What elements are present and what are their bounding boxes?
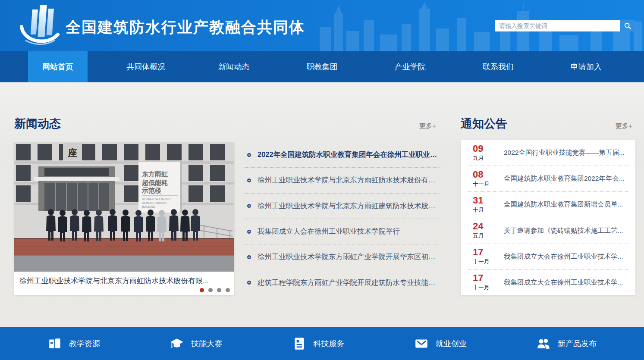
- notice-day: 31: [473, 196, 495, 205]
- footer-item-teaching-resources[interactable]: 教学资源: [47, 336, 100, 351]
- news-carousel[interactable]: 座 东方雨虹 超低能耗 示范楼: [14, 142, 234, 295]
- main-content: 新闻动态 更多+ 通知公告 更多+: [0, 82, 644, 327]
- footer-item-skills-competition[interactable]: 技能大赛: [170, 336, 222, 351]
- bullet-ring-icon: [247, 255, 251, 259]
- news-list-item[interactable]: 我集团成立大会在徐州工业职业技术学院举行: [244, 219, 440, 244]
- notice-item[interactable]: 24 五月 关于邀请参加《瓷砖镶贴技术施工工艺...: [468, 218, 628, 244]
- notice-month: 五月: [473, 232, 495, 240]
- notice-day: 17: [473, 247, 495, 257]
- nav-item-news[interactable]: 新闻动态: [204, 51, 264, 82]
- news-item-title: 徐州工业职业技术学院东方雨虹产业学院开展华东区初级...: [258, 252, 440, 262]
- footer-quick-links: 教学资源 技能大赛 科技服务 就业创业: [0, 327, 644, 360]
- bullet-ring-icon: [247, 178, 251, 182]
- bullet-ring-icon: [247, 281, 251, 285]
- nav-item-vocational-group[interactable]: 职教集团: [292, 51, 352, 82]
- notice-item[interactable]: 17 十一月 我集团成立大会在徐州工业职业技术学...: [468, 270, 628, 295]
- notice-month: 九月: [473, 154, 495, 162]
- footer-item-label: 新产品发布: [558, 338, 597, 349]
- site-header: 全国建筑防水行业产教融合共同体: [0, 0, 644, 51]
- footer-item-label: 教学资源: [69, 338, 100, 349]
- news-item-title: 我集团成立大会在徐州工业职业技术学院举行: [258, 227, 400, 236]
- notice-item[interactable]: 17 十一月 我集团成立大会在徐州工业职业技术学...: [468, 244, 628, 270]
- search-icon: [624, 22, 631, 30]
- notice-month: 十一月: [473, 180, 495, 188]
- notice-title: 我集团成立大会在徐州工业职业技术学...: [504, 278, 623, 287]
- notice-title: 全国建筑防水职业教育集团2022年年会...: [504, 174, 625, 183]
- books-icon: [47, 336, 62, 351]
- svg-text:BUILDING: BUILDING: [142, 205, 155, 208]
- footer-item-new-products[interactable]: 新产品发布: [536, 336, 597, 351]
- site-logo[interactable]: [13, 3, 63, 49]
- notice-date: 08 十一月: [468, 170, 495, 188]
- carousel-dot-3[interactable]: [217, 288, 221, 292]
- footer-item-employment[interactable]: 就业创业: [414, 336, 467, 351]
- nav-item-home[interactable]: 网站首页: [28, 51, 88, 82]
- news-list-item[interactable]: 徐州工业职业技术学院与北京东方雨虹建筑防水技术股份...: [244, 194, 440, 219]
- nav-item-overview[interactable]: 共同体概况: [116, 51, 176, 82]
- notice-date: 31 十月: [468, 196, 495, 214]
- news-item-title: 徐州工业职业技术学院与北京东方雨虹防水技术股份有限...: [258, 175, 440, 185]
- notice-date: 09 九月: [468, 144, 495, 162]
- news-more-link[interactable]: 更多+: [419, 122, 436, 130]
- footer-item-label: 技能大赛: [191, 338, 222, 349]
- news-list-item[interactable]: 建筑工程学院东方雨虹产业学院开展建筑防水专业技能培训: [244, 270, 440, 295]
- main-nav: 网站首页 共同体概况 新闻动态 职教集团 产业学院 联系我们 申请加入: [0, 51, 644, 82]
- notices-section-title: 通知公告: [461, 116, 507, 131]
- photo-sign: 东方雨虹 超低能耗 示范楼 ULTRA-LOW ENERGY DEMONSTRA…: [138, 162, 182, 213]
- footer-item-tech-services[interactable]: 科技服务: [292, 336, 345, 351]
- news-item-title: 2022年全国建筑防水职业教育集团年会在徐州工业职业技...: [258, 150, 440, 160]
- news-section-title: 新闻动态: [14, 116, 61, 131]
- graduation-cap-icon: [170, 336, 184, 351]
- document-icon: [292, 336, 307, 351]
- notice-item[interactable]: 09 九月 2022全国行业职业技能竞赛——第五届...: [468, 140, 628, 166]
- envelope-icon: [414, 336, 429, 351]
- notices-panel: 09 九月 2022全国行业职业技能竞赛——第五届... 08 十一月 全国建筑…: [461, 140, 635, 295]
- notice-item[interactable]: 08 十一月 全国建筑防水职业教育集团2022年年会...: [468, 166, 628, 192]
- notice-day: 24: [473, 222, 495, 231]
- carousel-photo: 座 东方雨虹 超低能耗 示范楼: [14, 142, 234, 272]
- bullet-ring-icon: [247, 230, 251, 234]
- carousel-caption[interactable]: 徐州工业职业技术学院与北京东方雨虹防水技术股份有限...: [19, 276, 226, 286]
- site-title: 全国建筑防水行业产教融合共同体: [66, 17, 305, 38]
- notice-date: 24 五月: [468, 222, 495, 240]
- bullet-ring-icon: [247, 153, 251, 157]
- news-list-item[interactable]: 徐州工业职业技术学院东方雨虹产业学院开展华东区初级...: [244, 244, 440, 270]
- bullet-ring-icon: [247, 204, 251, 208]
- svg-text:超低能耗: 超低能耗: [141, 179, 168, 186]
- news-item-title: 建筑工程学院东方雨虹产业学院开展建筑防水专业技能培训: [258, 278, 440, 288]
- carousel-dots: [200, 288, 230, 292]
- notice-item[interactable]: 31 十月 全国建筑防水职业教育集团新增会员单...: [468, 192, 628, 218]
- nav-item-apply[interactable]: 申请加入: [556, 51, 616, 82]
- svg-text:ULTRA-LOW ENERGY: ULTRA-LOW ENERGY: [142, 197, 171, 200]
- notice-day: 09: [473, 144, 495, 153]
- news-item-title: 徐州工业职业技术学院与北京东方雨虹建筑防水技术股份...: [258, 201, 440, 211]
- buildings-glyph: [30, 5, 54, 37]
- notice-month: 十一月: [473, 284, 495, 291]
- svg-text:示范楼: 示范楼: [141, 187, 161, 194]
- carousel-dot-4[interactable]: [226, 288, 230, 292]
- footer-item-label: 科技服务: [314, 338, 345, 349]
- page: 全国建筑防水行业产教融合共同体 网站首页 共同体概况 新闻动态 职教集团 产业学…: [0, 0, 644, 360]
- notice-day: 17: [473, 273, 495, 283]
- news-list: 2022年全国建筑防水职业教育集团年会在徐州工业职业技... 徐州工业职业技术学…: [244, 142, 440, 295]
- news-list-item[interactable]: 徐州工业职业技术学院与北京东方雨虹防水技术股份有限...: [244, 168, 440, 193]
- svg-text:东方雨虹: 东方雨虹: [141, 170, 168, 178]
- nav-item-contact[interactable]: 联系我们: [468, 51, 528, 82]
- nav-item-industry-college[interactable]: 产业学院: [380, 51, 440, 82]
- carousel-dot-2[interactable]: [208, 288, 213, 292]
- news-list-item[interactable]: 2022年全国建筑防水职业教育集团年会在徐州工业职业技...: [244, 142, 440, 168]
- notice-month: 十月: [473, 206, 495, 214]
- footer-item-label: 就业创业: [436, 338, 467, 349]
- notice-title: 我集团成立大会在徐州工业职业技术学...: [504, 252, 623, 261]
- notice-title: 关于邀请参加《瓷砖镶贴技术施工工艺...: [504, 226, 623, 235]
- notices-more-link[interactable]: 更多+: [616, 122, 632, 130]
- search-bar: [495, 20, 635, 31]
- notice-title: 2022全国行业职业技能竞赛——第五届...: [504, 148, 625, 157]
- carousel-caption-bar: 徐州工业职业技术学院与北京东方雨虹防水技术股份有限...: [14, 272, 234, 295]
- carousel-dot-1[interactable]: [200, 288, 204, 292]
- search-input[interactable]: [495, 20, 620, 31]
- notice-month: 十一月: [473, 258, 495, 266]
- notice-date: 17 十一月: [468, 247, 495, 266]
- search-button[interactable]: [620, 20, 635, 31]
- photo-building-label: 座: [67, 147, 77, 158]
